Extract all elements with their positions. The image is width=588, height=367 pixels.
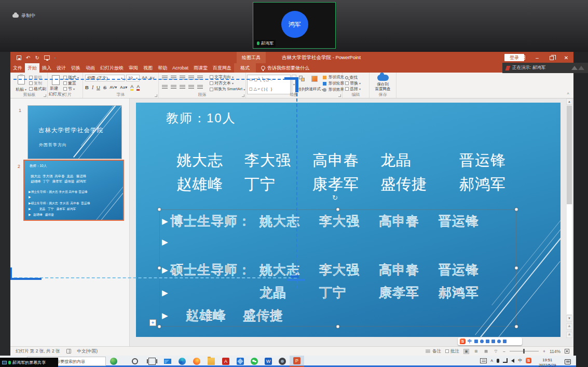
sogou-tray-icon[interactable]: S: [526, 358, 531, 363]
format-painter-button[interactable]: 格式刷: [29, 86, 46, 92]
teacher-name[interactable]: 郝鸿军: [459, 174, 527, 195]
chinese-mode-icon[interactable]: 中: [468, 338, 472, 345]
ribbon-tab[interactable]: 幻灯片放映: [98, 63, 126, 73]
ime-keyboard-icon[interactable]: [480, 358, 487, 363]
previous-slide-icon[interactable]: ≙: [566, 323, 572, 330]
selection-handle[interactable]: [336, 208, 340, 211]
underline-button[interactable]: U: [97, 84, 100, 90]
empty-bullet-line[interactable]: ▶: [162, 237, 170, 247]
language-indicator[interactable]: 中文(中国): [77, 348, 98, 355]
ribbon-tab[interactable]: 视图: [141, 63, 155, 73]
teacher-name[interactable]: 盛传捷: [380, 174, 448, 195]
reading-view-button[interactable]: ▤: [483, 349, 489, 354]
minimize-button[interactable]: –: [530, 52, 544, 63]
vertical-scrollbar[interactable]: ▲ ▼ ≙ ≚: [566, 98, 572, 341]
notification-center-icon[interactable]: [565, 359, 571, 364]
language-bar-icon[interactable]: 中: [518, 358, 522, 363]
new-slide-button[interactable]: 新建: [50, 87, 58, 91]
section-button[interactable]: 节▾: [63, 86, 75, 92]
save-to-baidu-button[interactable]: 保存到 百度网盘: [370, 82, 396, 92]
network-icon[interactable]: [503, 358, 508, 363]
ribbon-display-options-button[interactable]: [515, 52, 530, 63]
slide-counter[interactable]: 幻灯片 第 2 张, 共 2 张: [16, 348, 60, 355]
quick-styles-button[interactable]: 快速样式▾: [305, 87, 323, 92]
participant-video-tile[interactable]: 鸿军 郝鸿军: [253, 2, 336, 49]
fit-slide-to-window-icon[interactable]: [565, 349, 569, 354]
slide1-thumbnail[interactable]: 吉林大学哲学社会学院 外国哲学方向: [28, 106, 121, 159]
doctoral-supervisors-line[interactable]: ▶ 博士生导师：姚大志李大强高申春晋运锋: [162, 213, 498, 230]
tell-me-box[interactable]: 告诉我你想要做什么: [256, 63, 314, 73]
ribbon-tab[interactable]: 动画: [83, 63, 98, 73]
start-slideshow-icon[interactable]: [44, 55, 50, 60]
file-explorer-icon[interactable]: [208, 358, 215, 365]
teacher-name[interactable]: 李大强: [244, 150, 312, 171]
acrobat-icon[interactable]: A: [222, 358, 229, 365]
selection-handle[interactable]: [336, 325, 340, 329]
justify-icon[interactable]: [188, 84, 194, 89]
reset-button[interactable]: 重置: [63, 80, 76, 86]
ribbon-tab[interactable]: 百度网盘: [210, 63, 234, 73]
zoom-slider[interactable]: [510, 351, 539, 351]
ribbon-tab[interactable]: 切换: [69, 63, 83, 73]
slide2-thumbnail[interactable]: 教师：10人姚大志 李大强 高申春 龙晶 晋运锋赵雄峰 丁宁 康孝军 盛传捷 郝…: [24, 161, 123, 220]
voice-input-icon[interactable]: [486, 340, 489, 343]
powerpoint-taskbar-button[interactable]: P: [290, 356, 304, 367]
align-text-button[interactable]: 对齐文本▾: [210, 80, 234, 86]
next-slide-icon[interactable]: ≚: [566, 332, 572, 338]
zoom-slider-thumb[interactable]: [523, 349, 525, 354]
word-icon[interactable]: W: [265, 358, 272, 365]
align-right-icon[interactable]: [180, 84, 185, 89]
smartart-button[interactable]: 转换为 SmartArt▾: [210, 87, 245, 92]
find-button[interactable]: 查找: [345, 75, 358, 80]
font-color-button[interactable]: A: [136, 84, 140, 91]
selection-handle[interactable]: [515, 208, 518, 211]
drawing-dialog-launcher[interactable]: [338, 94, 341, 97]
teacher-name[interactable]: 高申春: [312, 150, 380, 171]
news-weather-icon[interactable]: [110, 358, 117, 365]
selection-handle[interactable]: [158, 266, 161, 270]
copy-button[interactable]: 复制: [29, 80, 42, 86]
customize-qat-icon[interactable]: ▾: [54, 56, 56, 60]
notes-button[interactable]: 备注: [425, 348, 441, 355]
tray-mic-icon[interactable]: [497, 359, 499, 363]
selection-handle[interactable]: [158, 325, 161, 329]
strikethrough-button[interactable]: S: [103, 84, 106, 90]
close-button[interactable]: ✕: [559, 52, 573, 63]
skin-icon[interactable]: [497, 340, 501, 343]
ribbon-tab[interactable]: 文件: [10, 63, 25, 73]
punctuation-icon[interactable]: [474, 340, 478, 343]
zoom-in-button[interactable]: +: [543, 349, 545, 354]
show-hidden-icons[interactable]: ˄: [490, 358, 493, 363]
master-supervisors-line2[interactable]: ▶ 龙晶丁宁康孝军郝鸿军: [162, 284, 498, 301]
photos-app-icon[interactable]: [237, 358, 244, 365]
slide-canvas[interactable]: 教师：10人 姚大志李大强高申春龙晶晋运锋 赵雄峰丁宁康孝军盛传捷郝鸿军 ↻ ▶…: [136, 103, 560, 337]
redo-icon[interactable]: ↻: [35, 55, 39, 61]
selection-handle[interactable]: [515, 266, 518, 270]
ribbon-tab[interactable]: 插入: [39, 63, 54, 73]
ribbon-tab[interactable]: 开始: [25, 63, 39, 73]
teacher-name[interactable]: 龙晶: [380, 150, 448, 171]
teacher-name[interactable]: 丁宁: [244, 174, 312, 195]
new-slide-icon[interactable]: [52, 75, 60, 85]
ribbon-tab[interactable]: 设计: [54, 63, 69, 73]
keyboard-icon[interactable]: [491, 340, 495, 343]
teacher-name[interactable]: 赵雄峰: [176, 174, 244, 195]
slide-sorter-view-button[interactable]: ⊞: [473, 349, 479, 354]
paragraph-dialog-launcher[interactable]: [242, 94, 244, 97]
select-button[interactable]: 选择▾: [345, 86, 361, 92]
font-size-box[interactable]: 32▾: [126, 75, 140, 81]
screenshot-tool-icon[interactable]: [279, 358, 286, 365]
arrange-icon[interactable]: [299, 76, 305, 82]
zoom-out-button[interactable]: −: [503, 349, 505, 354]
align-left-icon[interactable]: [162, 84, 168, 89]
bold-button[interactable]: B: [85, 84, 89, 90]
selection-handle[interactable]: [158, 208, 161, 211]
save-icon[interactable]: [17, 55, 21, 60]
slideshow-view-button[interactable]: ▽: [493, 349, 499, 354]
normal-view-button[interactable]: ▣: [463, 349, 469, 354]
zoom-level[interactable]: 114%: [550, 349, 560, 354]
scroll-down-icon[interactable]: ▼: [566, 315, 572, 321]
collapse-ribbon-icon[interactable]: ˄: [567, 91, 569, 96]
highlight-color-button[interactable]: A: [130, 84, 133, 91]
align-center-icon[interactable]: [171, 84, 176, 89]
